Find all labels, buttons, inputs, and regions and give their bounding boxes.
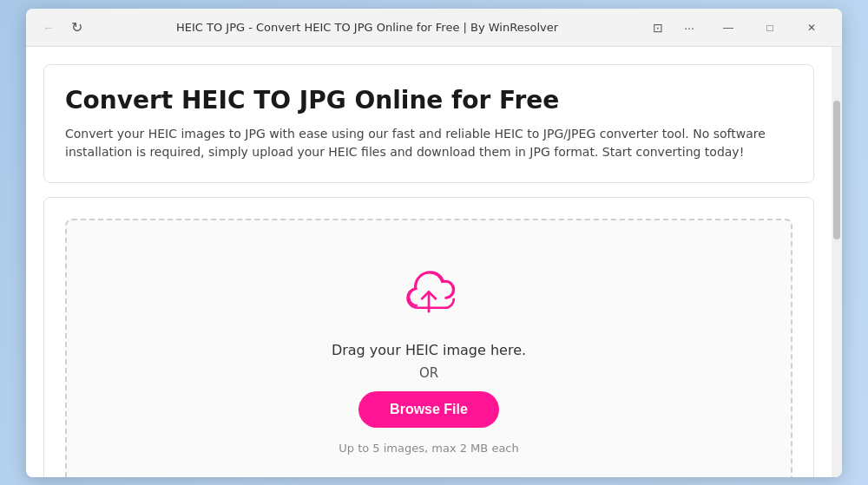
scrollbar[interactable]: [832, 47, 842, 477]
or-text: OR: [419, 365, 438, 381]
menu-button[interactable]: ···: [677, 16, 701, 40]
nav-buttons: ← ↻: [36, 16, 89, 40]
back-button[interactable]: ←: [36, 16, 61, 40]
upload-icon-container: [398, 264, 459, 328]
cast-icon: ⊡: [653, 21, 663, 35]
cast-button[interactable]: ⊡: [646, 16, 670, 40]
minimize-icon: —: [723, 22, 733, 34]
window-controls: — □ ✕: [708, 14, 832, 42]
page-area[interactable]: Convert HEIC TO JPG Online for Free Conv…: [26, 47, 832, 477]
drop-zone[interactable]: Drag your HEIC image here. OR Browse Fil…: [65, 219, 792, 477]
limit-text: Up to 5 images, max 2 MB each: [339, 442, 519, 455]
menu-icon: ···: [684, 21, 694, 35]
browse-file-button[interactable]: Browse File: [358, 391, 499, 428]
close-icon: ✕: [807, 22, 816, 34]
main-info-card: Convert HEIC TO JPG Online for Free Conv…: [43, 64, 814, 183]
browser-window: ← ↻ HEIC TO JPG - Convert HEIC TO JPG On…: [26, 9, 842, 477]
scrollbar-thumb[interactable]: [833, 101, 840, 239]
refresh-button[interactable]: ↻: [64, 16, 89, 40]
browser-content: Convert HEIC TO JPG Online for Free Conv…: [26, 47, 842, 477]
maximize-icon: □: [766, 22, 773, 34]
maximize-button[interactable]: □: [750, 14, 790, 42]
upload-cloud-icon: [398, 264, 459, 324]
page-description: Convert your HEIC images to JPG with eas…: [65, 125, 792, 161]
browser-title: HEIC TO JPG - Convert HEIC TO JPG Online…: [95, 21, 639, 34]
browser-titlebar: ← ↻ HEIC TO JPG - Convert HEIC TO JPG On…: [26, 9, 842, 47]
minimize-button[interactable]: —: [708, 14, 748, 42]
page-title: Convert HEIC TO JPG Online for Free: [65, 86, 792, 115]
back-icon: ←: [43, 21, 55, 35]
upload-card: Drag your HEIC image here. OR Browse Fil…: [43, 197, 814, 477]
refresh-icon: ↻: [71, 19, 82, 36]
drag-text: Drag your HEIC image here.: [332, 342, 526, 358]
close-button[interactable]: ✕: [792, 14, 832, 42]
